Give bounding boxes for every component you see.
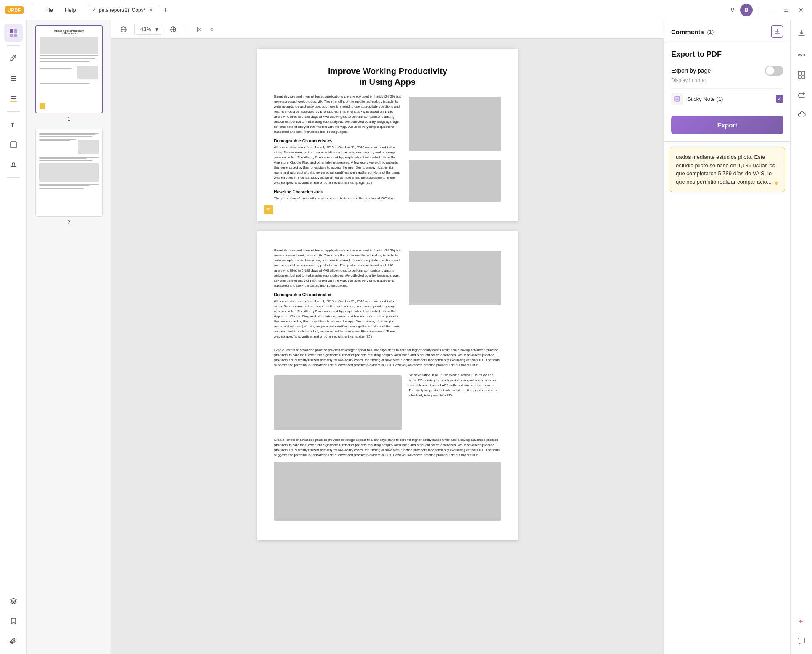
bookmark-icon[interactable] bbox=[4, 612, 23, 630]
shapes-icon[interactable] bbox=[4, 135, 23, 154]
thumb-label-1: 1 bbox=[67, 116, 70, 122]
zoom-in-button[interactable] bbox=[167, 24, 179, 35]
page-2-col-right-top bbox=[409, 248, 501, 343]
thumb-page-preview-1: Improve Working Productivityin Using App… bbox=[35, 25, 103, 113]
sidebar-left: T bbox=[0, 20, 27, 654]
page-view-icon[interactable] bbox=[4, 24, 23, 42]
title-bar: UPDF File Help 4_pets report(2)_Copy* ✕ … bbox=[0, 0, 812, 20]
page-nav bbox=[193, 24, 217, 35]
separator2 bbox=[759, 6, 759, 14]
page-1-title: Improve Working Productivityin Using App… bbox=[274, 66, 501, 87]
tab-close-button[interactable]: ✕ bbox=[148, 7, 154, 13]
comments-title: Comments bbox=[671, 28, 704, 35]
sticky-note-checkbox[interactable]: ✓ bbox=[776, 95, 783, 103]
minimize-button[interactable]: — bbox=[765, 4, 777, 16]
app-body: T Improve Working Productivityin Using A… bbox=[0, 20, 812, 654]
export-by-page-toggle[interactable] bbox=[765, 66, 783, 76]
ai-right-icon[interactable]: ✦ bbox=[792, 612, 811, 630]
thumbnail-page-1[interactable]: Improve Working Productivityin Using App… bbox=[30, 25, 107, 122]
text-icon[interactable]: T bbox=[4, 115, 23, 134]
user-avatar[interactable]: B bbox=[740, 4, 753, 16]
maximize-button[interactable]: ▭ bbox=[780, 4, 792, 16]
app-logo: UPDF bbox=[5, 6, 24, 14]
cloud-right-icon[interactable] bbox=[792, 106, 811, 124]
export-comments-button[interactable] bbox=[771, 25, 783, 38]
page-organize-icon[interactable] bbox=[792, 66, 811, 84]
page-1-body3: The proportion of users with baseline ch… bbox=[274, 196, 402, 201]
comment-bubble-text: uados mediante estudios piloto. Este est… bbox=[676, 154, 775, 185]
thumbnail-panel: Improve Working Productivityin Using App… bbox=[27, 20, 111, 654]
active-tab[interactable]: 4_pets report(2)_Copy* ✕ bbox=[88, 5, 160, 16]
svg-text:T: T bbox=[11, 121, 14, 128]
zoom-dropdown-icon[interactable]: ▾ bbox=[155, 25, 158, 33]
page-1-section1: Demographic Characteristics bbox=[274, 139, 402, 143]
svg-rect-12 bbox=[11, 142, 16, 148]
page-1: Improve Working Productivityin Using App… bbox=[257, 49, 518, 221]
attachment-icon[interactable] bbox=[4, 632, 23, 651]
page-2-body1: Smart devices and internet-based applica… bbox=[274, 248, 402, 288]
svg-rect-19 bbox=[802, 71, 805, 75]
separator bbox=[33, 6, 33, 14]
thumbnail-page-2[interactable]: 2 bbox=[30, 129, 107, 225]
nav-prev-page-button[interactable] bbox=[206, 24, 217, 35]
tab-area: 4_pets report(2)_Copy* ✕ + bbox=[88, 5, 725, 16]
page-2: Smart devices and internet-based applica… bbox=[257, 231, 518, 540]
nav-first-page-button[interactable] bbox=[193, 24, 205, 35]
zoom-area: 43% ▾ bbox=[134, 24, 162, 35]
page-2-col-left-bottom bbox=[274, 373, 402, 432]
svg-rect-7 bbox=[11, 96, 16, 97]
dropdown-arrow-icon[interactable]: ∨ bbox=[728, 6, 737, 14]
page-1-section2: Baseline Characteristics bbox=[274, 190, 402, 194]
sticky-note-row: Sticky Note (1) ✓ bbox=[671, 88, 783, 109]
export-by-page-label: Export by page bbox=[671, 67, 711, 74]
thumb-page-preview-2 bbox=[35, 129, 103, 217]
ocr-right-icon[interactable]: OCR bbox=[792, 45, 811, 64]
comments-count: (1) bbox=[707, 29, 714, 35]
logo-text: UPDF bbox=[5, 6, 24, 14]
page-2-body5: Greater levels of advanced practice prov… bbox=[274, 438, 501, 458]
comment-expand-icon[interactable]: ▼ bbox=[773, 178, 780, 188]
page-2-image3 bbox=[274, 462, 501, 521]
chat-right-icon[interactable] bbox=[792, 632, 811, 651]
export-title: Export to PDF bbox=[671, 50, 783, 59]
svg-rect-5 bbox=[11, 78, 16, 79]
page-1-col-left: Smart devices and internet-based applica… bbox=[274, 94, 402, 204]
page-2-body2: All consecutive users from June 1, 2016 … bbox=[274, 299, 402, 339]
zoom-out-button[interactable] bbox=[118, 24, 129, 35]
thumb-label-2: 2 bbox=[67, 219, 70, 225]
page-2-col-right-bottom: Since variation in APP use existed acros… bbox=[409, 373, 501, 432]
list-icon[interactable] bbox=[4, 69, 23, 88]
page-2-body4: Since variation in APP use existed acros… bbox=[409, 373, 501, 398]
sidebar-divider-3 bbox=[7, 177, 20, 178]
page-1-body1: Smart devices and internet-based applica… bbox=[274, 94, 402, 134]
page-2-bottom-content: Since variation in APP use existed acros… bbox=[274, 373, 501, 432]
svg-rect-0 bbox=[10, 29, 13, 33]
comment-bubble: uados mediante estudios piloto. Este est… bbox=[670, 147, 785, 192]
sticky-note-page1[interactable] bbox=[264, 205, 273, 214]
layers-icon[interactable] bbox=[4, 592, 23, 610]
svg-rect-13 bbox=[11, 166, 16, 167]
highlight-icon[interactable] bbox=[4, 90, 23, 108]
stamp-icon[interactable] bbox=[4, 156, 23, 174]
document-area: Improve Working Productivityin Using App… bbox=[111, 39, 664, 654]
sticky-note-label: Sticky Note (1) bbox=[687, 96, 723, 102]
page-2-image1 bbox=[409, 251, 501, 305]
svg-rect-9 bbox=[11, 100, 15, 100]
close-button[interactable]: ✕ bbox=[795, 4, 807, 16]
help-menu[interactable]: Help bbox=[60, 5, 81, 15]
export-button[interactable]: Export bbox=[671, 116, 783, 134]
export-right-icon[interactable] bbox=[792, 24, 811, 42]
file-menu[interactable]: File bbox=[39, 5, 58, 15]
page-1-col-right bbox=[409, 94, 501, 204]
pen-icon[interactable] bbox=[4, 49, 23, 68]
svg-rect-8 bbox=[11, 98, 16, 99]
titlebar-right: ∨ B — ▭ ✕ bbox=[728, 4, 807, 16]
page-2-top-content: Smart devices and internet-based applica… bbox=[274, 248, 501, 343]
export-by-page-row: Export by page bbox=[671, 66, 783, 76]
share-right-icon[interactable] bbox=[792, 86, 811, 104]
main-content: 43% ▾ Improve Working Productivityin Usi… bbox=[111, 20, 664, 654]
page-2-body3: Greater levels of advanced practice prov… bbox=[274, 348, 501, 368]
svg-rect-20 bbox=[798, 76, 801, 78]
tab-label: 4_pets report(2)_Copy* bbox=[93, 7, 146, 13]
new-tab-button[interactable]: + bbox=[160, 5, 170, 15]
